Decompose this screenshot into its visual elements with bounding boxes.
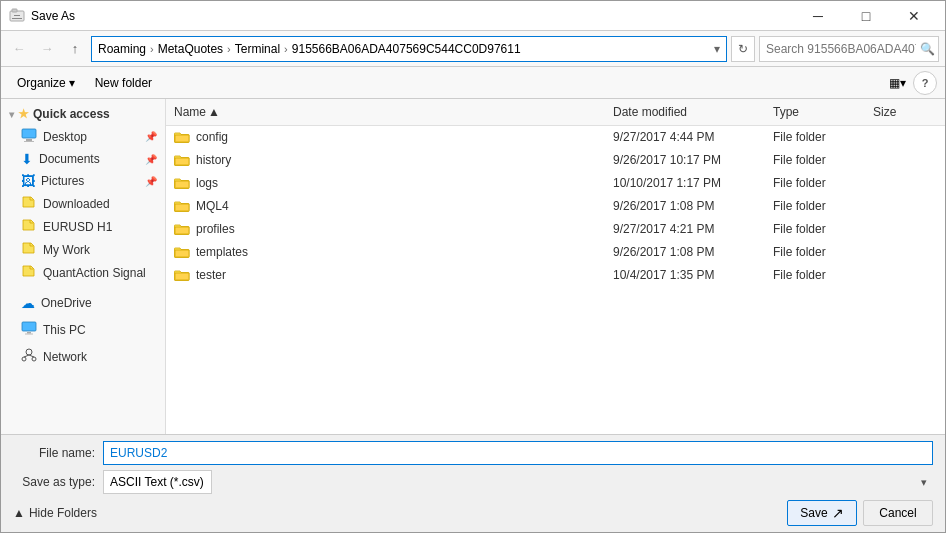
file-type-cell: File folder [765, 264, 865, 286]
mywork-icon [21, 241, 37, 258]
file-list: config 9/27/2017 4:44 PM File folder his… [166, 126, 945, 434]
sidebar-item-onedrive[interactable]: ☁ OneDrive [1, 292, 165, 314]
back-button[interactable]: ← [7, 37, 31, 61]
desktop-label: Desktop [43, 130, 87, 144]
view-button[interactable]: ▦ ▾ [885, 71, 909, 95]
search-box[interactable]: 🔍 [759, 36, 939, 62]
svg-line-14 [29, 355, 34, 357]
sidebar-item-thispc[interactable]: This PC [1, 318, 165, 341]
hide-folders-label: Hide Folders [29, 506, 97, 520]
pin-icon-doc: 📌 [145, 154, 157, 165]
table-row[interactable]: MQL4 9/26/2017 1:08 PM File folder [166, 195, 945, 218]
folder-icon [174, 268, 190, 282]
svg-rect-3 [12, 18, 22, 19]
file-name-text: logs [196, 176, 218, 190]
table-row[interactable]: templates 9/26/2017 1:08 PM File folder [166, 241, 945, 264]
path-metaquotes[interactable]: MetaQuotes [158, 42, 223, 56]
minimize-button[interactable]: ─ [795, 1, 841, 31]
path-terminal[interactable]: Terminal [235, 42, 280, 56]
file-name-cell: logs [166, 172, 605, 194]
file-name-cell: profiles [166, 218, 605, 240]
file-date-cell: 9/27/2017 4:44 PM [605, 126, 765, 148]
sidebar-item-mywork[interactable]: My Work [1, 238, 165, 261]
svg-rect-1 [12, 9, 17, 12]
quick-access-label: Quick access [33, 107, 110, 121]
sidebar-item-network[interactable]: Network [1, 345, 165, 368]
sidebar-item-downloaded[interactable]: Downloaded [1, 192, 165, 215]
close-button[interactable]: ✕ [891, 1, 937, 31]
new-folder-label: New folder [95, 76, 152, 90]
file-name-cell: config [166, 126, 605, 148]
filetype-select[interactable]: ASCII Text (*.csv) CSV (*.csv) Excel (*.… [103, 470, 212, 494]
save-label: Save [800, 506, 827, 520]
quick-access-header[interactable]: ▾ ★ Quick access [1, 103, 165, 125]
table-row[interactable]: config 9/27/2017 4:44 PM File folder [166, 126, 945, 149]
new-folder-button[interactable]: New folder [87, 71, 160, 95]
folder-icon [174, 153, 190, 167]
col-date-header[interactable]: Date modified [605, 101, 765, 123]
svg-rect-4 [22, 129, 36, 138]
pc-icon [21, 321, 37, 338]
documents-icon: ⬇ [21, 151, 33, 167]
toolbar: Organize ▾ New folder ▦ ▾ ? [1, 67, 945, 99]
maximize-button[interactable]: □ [843, 1, 889, 31]
cancel-button[interactable]: Cancel [863, 500, 933, 526]
organize-button[interactable]: Organize ▾ [9, 71, 83, 95]
file-date-cell: 9/26/2017 1:08 PM [605, 241, 765, 263]
view-arrow: ▾ [900, 76, 906, 90]
sidebar-item-quantaction[interactable]: QuantAction Signal [1, 261, 165, 284]
file-name-cell: history [166, 149, 605, 171]
path-id[interactable]: 915566BA06ADA407569C544CC0D97611 [292, 42, 521, 56]
svg-rect-6 [24, 141, 34, 142]
svg-point-12 [32, 357, 36, 361]
path-roaming[interactable]: Roaming [98, 42, 146, 56]
hide-chevron: ▲ [13, 506, 25, 520]
forward-button[interactable]: → [35, 37, 59, 61]
file-name-text: MQL4 [196, 199, 229, 213]
address-bar: ← → ↑ Roaming › MetaQuotes › Terminal › … [1, 31, 945, 67]
search-icon: 🔍 [920, 42, 935, 56]
table-row[interactable]: tester 10/4/2017 1:35 PM File folder [166, 264, 945, 287]
save-as-dialog: Save As ─ □ ✕ ← → ↑ Roaming › MetaQuotes… [0, 0, 946, 533]
help-button[interactable]: ? [913, 71, 937, 95]
file-type-cell: File folder [765, 172, 865, 194]
sidebar-item-eurusd[interactable]: EURUSD H1 [1, 215, 165, 238]
svg-rect-2 [14, 15, 20, 16]
col-size-header[interactable]: Size [865, 101, 945, 123]
quick-access-section: ▾ ★ Quick access Desktop 📌 [1, 103, 165, 284]
svg-rect-7 [22, 322, 36, 331]
file-type-cell: File folder [765, 149, 865, 171]
refresh-button[interactable]: ↻ [731, 36, 755, 62]
table-row[interactable]: logs 10/10/2017 1:17 PM File folder [166, 172, 945, 195]
file-date-cell: 9/26/2017 10:17 PM [605, 149, 765, 171]
filename-row: File name: [13, 441, 933, 465]
save-button[interactable]: Save ↗ [787, 500, 857, 526]
file-date-cell: 9/26/2017 1:08 PM [605, 195, 765, 217]
up-button[interactable]: ↑ [63, 37, 87, 61]
sidebar-item-documents[interactable]: ⬇ Documents 📌 [1, 148, 165, 170]
sidebar-item-pictures[interactable]: 🖼 Pictures 📌 [1, 170, 165, 192]
file-size-cell [865, 271, 945, 279]
eurusd-label: EURUSD H1 [43, 220, 112, 234]
file-name-text: tester [196, 268, 226, 282]
hide-folders-button[interactable]: ▲ Hide Folders [13, 506, 97, 520]
address-path[interactable]: Roaming › MetaQuotes › Terminal › 915566… [91, 36, 727, 62]
col-name-header[interactable]: Name ▲ [166, 101, 605, 123]
cancel-label: Cancel [879, 506, 916, 520]
search-input[interactable] [766, 42, 916, 56]
file-area: Name ▲ Date modified Type Size [166, 99, 945, 434]
filename-input[interactable] [103, 441, 933, 465]
file-type-cell: File folder [765, 126, 865, 148]
file-name-text: profiles [196, 222, 235, 236]
table-row[interactable]: history 9/26/2017 10:17 PM File folder [166, 149, 945, 172]
sidebar-item-desktop[interactable]: Desktop 📌 [1, 125, 165, 148]
path-dropdown-arrow[interactable]: ▾ [714, 42, 720, 56]
quantaction-icon [21, 264, 37, 281]
desktop-icon [21, 128, 37, 145]
view-icon: ▦ [889, 76, 900, 90]
window-title: Save As [31, 9, 795, 23]
file-size-cell [865, 156, 945, 164]
col-type-header[interactable]: Type [765, 101, 865, 123]
table-row[interactable]: profiles 9/27/2017 4:21 PM File folder [166, 218, 945, 241]
file-type-cell: File folder [765, 218, 865, 240]
